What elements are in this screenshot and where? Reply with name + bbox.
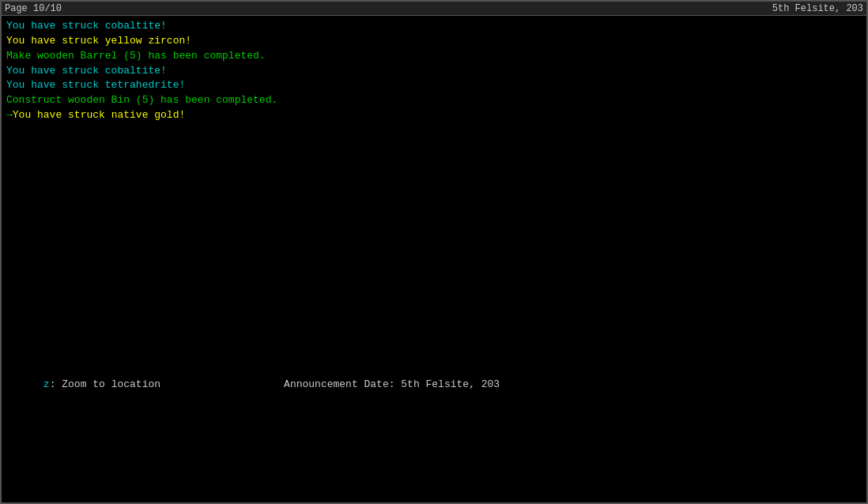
screen: Page 10/10 5th Felsite, 203 You have str… <box>0 0 868 504</box>
list-item: You have struck cobaltite! <box>6 19 862 34</box>
page-indicator: Page 10/10 <box>5 3 62 14</box>
announcement-date: 5th Felsite, 203 <box>401 378 500 390</box>
list-item: Make wooden Barrel (5) has been complete… <box>6 49 862 64</box>
zoom-hint[interactable]: z: Zoom to location Announcement Date: 5… <box>6 363 862 408</box>
list-item: You have struck tetrahedrite! <box>6 78 862 93</box>
date-indicator: 5th Felsite, 203 <box>772 3 863 14</box>
list-item: Construct wooden Bin (5) has been comple… <box>6 93 862 108</box>
message-log: You have struck cobaltite!You have struc… <box>2 16 866 502</box>
bottom-bar: z: Zoom to location Announcement Date: 5… <box>2 363 866 408</box>
announcement-label: Announcement Date: <box>160 378 401 390</box>
zoom-key: z <box>43 378 50 390</box>
list-item: You have struck yellow zircon! <box>6 34 862 49</box>
list-item: You have struck cobaltite! <box>6 64 862 79</box>
zoom-key-text: : Zoom to location <box>50 378 160 390</box>
title-bar: Page 10/10 5th Felsite, 203 <box>2 2 866 16</box>
list-item: →You have struck native gold! <box>6 108 862 123</box>
